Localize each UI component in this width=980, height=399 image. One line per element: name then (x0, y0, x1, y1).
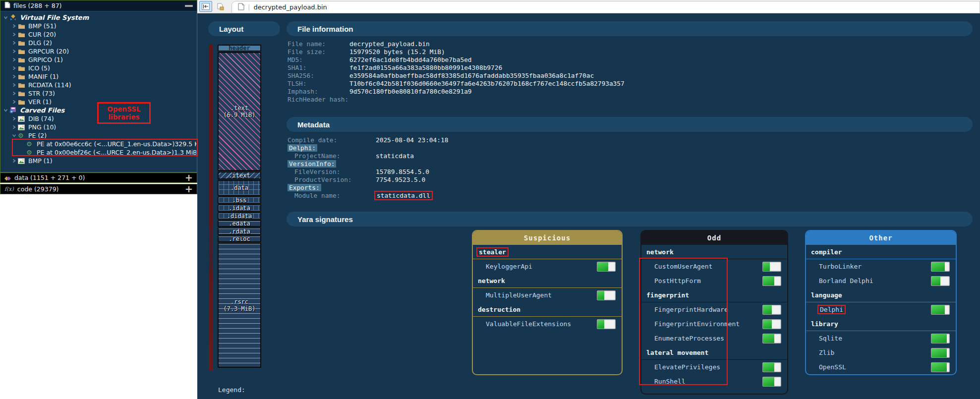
toggle-switch[interactable] (762, 377, 781, 387)
chevron-down-icon[interactable] (2, 108, 9, 113)
tree-item[interactable]: Carved Files (1, 106, 196, 114)
yara-rule-row: ElevatePrivileges (641, 360, 787, 374)
yara-rule-label: OpenSSL (819, 363, 846, 371)
toggle-switch[interactable] (762, 305, 781, 315)
tree-item[interactable]: DIB (74) (1, 114, 196, 123)
chevron-right-icon[interactable] (10, 66, 18, 70)
tree-item[interactable]: MANIF (1) (1, 72, 196, 81)
chevron-right-icon[interactable] (10, 74, 18, 79)
layout-section-edata[interactable]: .edata (218, 220, 261, 227)
code-panel-bar[interactable]: f(x) code (29379) + (0, 184, 197, 194)
chevron-right-icon[interactable] (10, 91, 18, 96)
toggle-switch[interactable] (762, 262, 781, 272)
section-name-label: .rsrc (231, 298, 248, 305)
layout-section-reloc[interactable]: .reloc (218, 235, 261, 242)
tree-item[interactable]: CUR (20) (1, 30, 196, 39)
toggle-fill (931, 277, 940, 285)
data-bar-label: data (1151 + 271 + 0) (14, 174, 85, 181)
toggle-switch[interactable] (597, 262, 616, 272)
collapse-sidebar-button[interactable] (199, 1, 212, 12)
layout-section-text[interactable]: .text(6.9 MiB) (218, 52, 261, 171)
file-information-grid: File name:decrypted_payload.binFile size… (288, 40, 625, 104)
chevron-right-icon[interactable] (10, 100, 18, 104)
chevron-down-icon[interactable] (10, 133, 18, 138)
toggle-switch[interactable] (762, 334, 781, 343)
tree-item[interactable]: ICO (5) (1, 64, 196, 72)
tree-item[interactable]: GRPCUR (20) (1, 47, 196, 56)
toggle-switch[interactable] (931, 276, 950, 286)
layout-section-rdata[interactable]: .rdata (218, 228, 261, 235)
yara-category: compiler (806, 245, 956, 259)
chevron-right-icon[interactable] (10, 24, 18, 28)
info-row-value: decrypted_payload.bin (349, 40, 625, 48)
toggle-switch[interactable] (931, 305, 950, 315)
toggle-switch[interactable] (597, 319, 616, 329)
carve-icon (9, 107, 19, 114)
add-data-button[interactable]: + (185, 173, 193, 182)
tree-item[interactable]: BMP (1) (1, 157, 196, 165)
chevron-right-icon[interactable] (10, 125, 18, 129)
tree-item[interactable]: BMP (51) (1, 22, 196, 30)
info-row-value: fe1f2ad0155a66a383a5880bb80991e4308b9726 (349, 64, 625, 72)
metadata-value-text: staticdata.dll (374, 191, 433, 200)
chevron-right-icon[interactable] (10, 159, 18, 163)
toggle-switch[interactable] (931, 262, 950, 272)
image-icon (18, 124, 27, 130)
data-panel-bar[interactable]: ◆◆ data (1151 + 271 + 0) + (0, 172, 197, 183)
tab-decrypted-payload[interactable]: | decrypted_payload.bin (231, 1, 980, 13)
tree-item-label: Virtual File System (20, 14, 89, 21)
chevron-right-icon[interactable] (10, 32, 18, 37)
folder-icon (18, 91, 27, 97)
toggle-switch[interactable] (597, 290, 616, 300)
add-code-button[interactable]: + (185, 184, 193, 194)
section-size-label: (7.3 MiB) (223, 305, 255, 312)
metadata-row-label: Module name: (288, 192, 376, 200)
toggle-switch[interactable] (931, 362, 950, 372)
function-icon: f(x) (4, 186, 14, 192)
layout-section-rsrc[interactable]: .rsrc(7.3 MiB) (218, 243, 261, 368)
tree-item[interactable]: ⚙PE at 0x00e6cc6c (<...URCE_1.en-us.Data… (1, 140, 196, 148)
chevron-right-icon[interactable] (10, 83, 18, 87)
layout-section-bss[interactable]: .bss (218, 196, 261, 204)
layout-section-header[interactable]: header (218, 45, 261, 52)
tree-item[interactable]: VER (1) (1, 98, 196, 106)
metadata-row-label: ProjectName: (288, 152, 376, 160)
yara-category: network (473, 274, 622, 288)
layout-section-data[interactable]: .data (218, 180, 261, 196)
tree-item[interactable]: ⚙PE (2) (1, 131, 196, 140)
toggle-switch[interactable] (762, 276, 781, 286)
coverage-strip (209, 45, 213, 370)
chevron-right-icon[interactable] (10, 41, 18, 45)
toggle-fill (763, 277, 774, 285)
tree-item[interactable]: PNG (10) (1, 123, 196, 131)
toggle-switch[interactable] (762, 319, 781, 329)
tree-item[interactable]: DLG (2) (1, 39, 196, 47)
tree-item[interactable]: ⚙PE at 0x00ebf26c (<...URCE_2.en-us.Data… (1, 148, 196, 157)
folder-icon (18, 23, 27, 29)
toggle-switch[interactable] (931, 348, 950, 358)
yara-rule-row: FingerprintHardware (641, 302, 787, 317)
yara-rule-label: Delphi (817, 305, 846, 314)
chevron-down-icon[interactable] (2, 15, 9, 20)
info-row-value: T10bf6c042b581f036d0660e36497fa6e4263b76… (349, 80, 625, 88)
tree-item[interactable]: RCDATA (114) (1, 81, 196, 89)
yara-card-title: Odd (641, 231, 787, 245)
yara-rule-row: OpenSSL (806, 360, 956, 374)
minimize-icon[interactable] (185, 5, 193, 7)
tree-item[interactable]: STR (73) (1, 89, 196, 98)
metadata-section-text: Exports: (288, 184, 321, 191)
layout-section-idata[interactable]: .idata (218, 204, 261, 212)
chevron-right-icon[interactable] (10, 49, 18, 54)
tree-item[interactable]: Virtual File System (1, 13, 196, 22)
layout-section-didata[interactable]: .didata (218, 212, 261, 220)
tree-item[interactable]: GRPICO (1) (1, 56, 196, 64)
layout-section-itext[interactable]: .itext (218, 171, 261, 179)
metadata-row-label: Compile date: (288, 136, 376, 144)
chevron-right-icon[interactable] (10, 57, 18, 62)
chevron-right-icon[interactable] (10, 116, 18, 121)
new-document-button[interactable] (214, 1, 227, 12)
toggle-switch[interactable] (762, 362, 781, 372)
tree-item-label: DIB (74) (28, 115, 54, 122)
toggle-fill (597, 320, 604, 329)
toggle-switch[interactable] (931, 334, 950, 343)
